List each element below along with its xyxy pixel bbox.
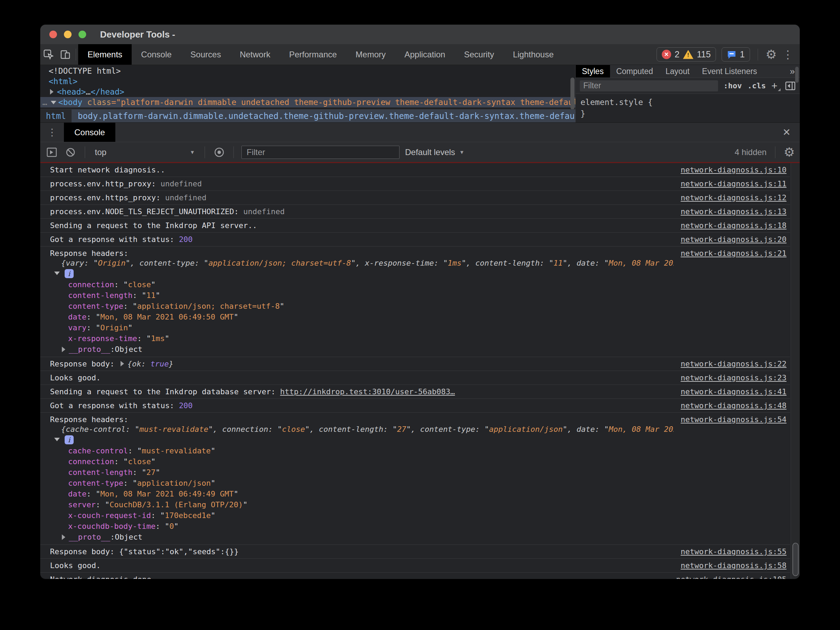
tab-event-listeners[interactable]: Event Listeners [696, 65, 764, 78]
object-preview[interactable]: {vary: "Origin", content-type: "applicat… [50, 258, 674, 268]
tab-console[interactable]: Console [132, 44, 181, 65]
console-scrollbar-thumb[interactable] [793, 543, 799, 576]
object-proto[interactable]: __proto__: Object [50, 344, 674, 355]
element-style-rule-open[interactable]: element.style { [581, 97, 795, 108]
dom-node-head[interactable]: <head>…</head> [40, 87, 575, 97]
object-property[interactable]: server: "CouchDB/3.1.1 (Erlang OTP/20)" [50, 499, 674, 510]
device-toolbar-icon[interactable] [57, 44, 74, 65]
show-console-sidebar-icon[interactable] [45, 146, 58, 159]
toggle-hover-button[interactable]: :hov [724, 81, 742, 90]
source-link[interactable]: network-diagnosis.js:23 [681, 373, 786, 383]
object-property[interactable]: connection: "close" [50, 279, 674, 290]
expand-icon[interactable] [120, 361, 124, 366]
toolbar-divider [85, 146, 85, 158]
expand-icon[interactable] [50, 89, 54, 95]
new-style-rule-button[interactable]: + [771, 80, 777, 92]
object-proto[interactable]: __proto__: Object [50, 532, 674, 542]
hidden-messages-count[interactable]: 4 hidden [735, 147, 767, 157]
source-link[interactable]: network-diagnosis.js:10 [681, 165, 786, 174]
source-link[interactable]: network-diagnosis.js:18 [681, 221, 786, 230]
console-drawer-tab[interactable]: Console [64, 123, 115, 142]
console-filter-input[interactable] [242, 146, 399, 159]
collapse-icon[interactable] [51, 101, 56, 104]
tab-performance[interactable]: Performance [279, 44, 346, 65]
sidebar-toggle-icon[interactable] [785, 81, 796, 90]
object-property[interactable]: cache-control: "must-revalidate" [50, 445, 674, 456]
breadcrumb-html[interactable]: html [40, 109, 71, 122]
styles-scrollbar-thumb[interactable] [795, 67, 799, 83]
source-link[interactable]: network-diagnosis.js:21 [681, 249, 786, 258]
javascript-context-select[interactable]: top ▼ [93, 147, 197, 157]
clear-console-icon[interactable] [64, 146, 77, 159]
expand-icon[interactable] [62, 347, 65, 352]
more-options-icon[interactable]: ⋮ [782, 48, 793, 61]
source-link[interactable]: network-diagnosis.js:13 [681, 207, 786, 216]
tab-lighthouse[interactable]: Lighthouse [504, 44, 563, 65]
warning-count: 115 [697, 49, 711, 59]
minimize-window-button[interactable] [64, 31, 71, 38]
context-value: top [95, 147, 106, 157]
dom-node-doctype[interactable]: <!DOCTYPE html> [40, 66, 575, 76]
styles-filter-input[interactable] [580, 80, 718, 92]
close-window-button[interactable] [49, 31, 57, 38]
console-settings-gear-icon[interactable]: ⚙ [784, 145, 795, 160]
object-property[interactable]: x-couchdb-body-time: "0" [50, 521, 674, 532]
source-link[interactable]: network-diagnosis.js:55 [681, 547, 786, 556]
group-label: Response headers: [50, 249, 674, 258]
source-link[interactable]: network-diagnosis.js:58 [681, 561, 786, 570]
tab-memory[interactable]: Memory [346, 44, 395, 65]
tab-application[interactable]: Application [395, 44, 455, 65]
source-link[interactable]: network-diagnosis.js:105 [676, 575, 786, 579]
console-message: Got a response with status: 200 network-… [40, 399, 790, 413]
object-property[interactable]: content-length: "11" [50, 290, 674, 301]
source-link[interactable]: network-diagnosis.js:22 [681, 359, 786, 369]
url-link[interactable]: http://inkdrop.test:3010/user-56ab083… [280, 387, 455, 396]
source-link[interactable]: network-diagnosis.js:12 [681, 193, 786, 203]
object-property[interactable]: x-couch-request-id: "170ebced1e" [50, 510, 674, 521]
tab-computed[interactable]: Computed [610, 65, 659, 78]
object-property[interactable]: content-length: "27" [50, 467, 674, 478]
titlebar: Developer Tools - [40, 25, 800, 44]
tab-security[interactable]: Security [455, 44, 504, 65]
object-property[interactable]: content-type: "application/json" [50, 478, 674, 489]
tab-layout[interactable]: Layout [659, 65, 696, 78]
tab-sources[interactable]: Sources [181, 44, 231, 65]
dom-node-body-selected[interactable]: …<body class="platform-darwin dimmable u… [40, 97, 575, 108]
inspect-element-icon[interactable] [40, 44, 57, 65]
tab-elements[interactable]: Elements [78, 44, 132, 65]
object-preview[interactable]: {cache-control: "must-revalidate", conne… [50, 424, 674, 434]
object-property[interactable]: vary: "Origin" [50, 322, 674, 333]
collapse-icon[interactable] [54, 438, 60, 441]
source-link[interactable]: network-diagnosis.js:20 [681, 235, 786, 244]
object-property[interactable]: date: "Mon, 08 Mar 2021 06:49:49 GMT" [50, 489, 674, 499]
messages-badge[interactable]: 1 [722, 47, 750, 62]
source-link[interactable]: network-diagnosis.js:11 [681, 179, 786, 188]
object-property[interactable]: content-type: "application/json; charset… [50, 301, 674, 312]
settings-gear-icon[interactable]: ⚙ [766, 47, 777, 62]
close-drawer-icon[interactable]: ✕ [783, 127, 800, 138]
source-link[interactable]: network-diagnosis.js:41 [681, 387, 786, 396]
tab-styles[interactable]: Styles [576, 65, 610, 78]
object-property[interactable]: date: "Mon, 08 Mar 2021 06:49:50 GMT" [50, 312, 674, 322]
log-levels-select[interactable]: Default levels ▼ [405, 147, 464, 157]
errors-warnings-badge[interactable]: ✕ 2 ! 115 [657, 47, 716, 62]
dom-tree: <!DOCTYPE html> <html> <head>…</head> …<… [40, 65, 575, 122]
expand-icon[interactable] [62, 534, 65, 540]
object-property[interactable]: connection: "close" [50, 456, 674, 467]
dom-node-html[interactable]: <html> [40, 76, 575, 87]
styles-rules[interactable]: element.style { } [576, 94, 800, 122]
message-count: 1 [740, 49, 745, 59]
source-link[interactable]: network-diagnosis.js:48 [681, 401, 786, 410]
create-live-expression-icon[interactable] [213, 146, 226, 159]
tab-network[interactable]: Network [231, 44, 279, 65]
console-scrollbar[interactable] [791, 163, 800, 579]
drawer-menu-icon[interactable]: ⋮ [40, 127, 64, 138]
zoom-window-button[interactable] [79, 31, 86, 38]
dom-scrollbar-thumb[interactable] [570, 78, 575, 109]
breadcrumb-body-selected[interactable]: body.platform-darwin.dimmable.undetached… [71, 109, 575, 122]
object-property[interactable]: x-response-time: "1ms" [50, 333, 674, 344]
message-text: Sending a request to the Inkdrop API ser… [50, 221, 674, 230]
toggle-class-button[interactable]: .cls [747, 81, 766, 90]
source-link[interactable]: network-diagnosis.js:54 [681, 415, 786, 424]
collapse-icon[interactable] [54, 272, 60, 275]
